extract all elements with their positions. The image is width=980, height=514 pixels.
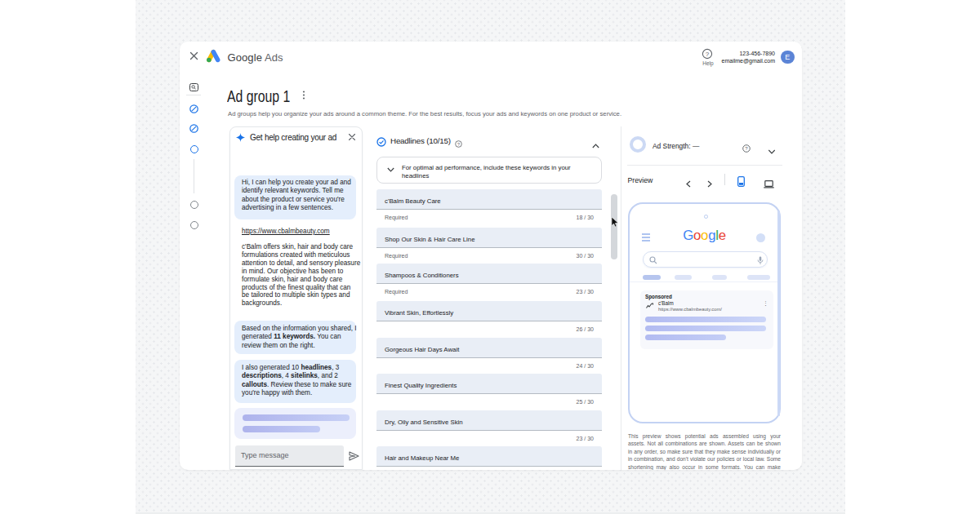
svg-text:?: ? [745,146,748,151]
svg-text:?: ? [457,142,460,147]
